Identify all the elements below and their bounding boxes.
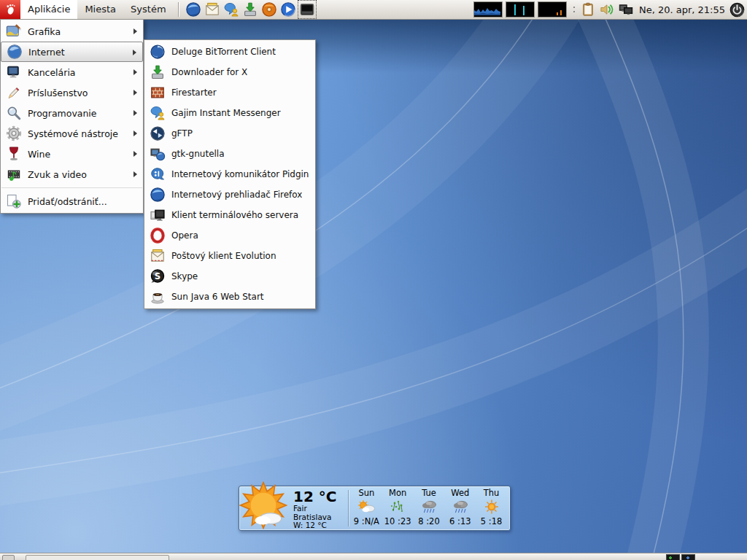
menu-item-label: gFTP bbox=[171, 128, 193, 139]
sound-video-icon bbox=[5, 166, 23, 183]
forecast-day-thu: Thu 5 :18 bbox=[476, 489, 507, 528]
submenu-item-deluge[interactable]: Deluge BitTorrent Client bbox=[144, 42, 315, 62]
menu-system[interactable]: Systém bbox=[123, 0, 173, 19]
terminal-launcher[interactable] bbox=[298, 1, 316, 18]
top-panel: Aplikácie Miesta Systém bbox=[0, 0, 747, 20]
firefox-icon bbox=[149, 186, 166, 203]
skype-icon: S bbox=[149, 268, 166, 285]
gajim-icon bbox=[149, 104, 166, 122]
speaker-icon bbox=[600, 2, 614, 17]
submenu-arrow-icon bbox=[133, 171, 137, 177]
gnome-foot-icon bbox=[4, 3, 17, 16]
menu-item-label: Downloader for X bbox=[171, 67, 247, 77]
two-monitors-icon bbox=[619, 2, 633, 17]
tray-drag-handle[interactable] bbox=[572, 4, 576, 15]
apps-menu-item-internet[interactable]: Internet bbox=[1, 42, 143, 62]
forecast-day-mon: Mon 10 :23 bbox=[382, 489, 414, 528]
submenu-arrow-icon bbox=[133, 69, 137, 75]
rain-icon bbox=[450, 498, 471, 517]
apps-menu-item-programovanie[interactable]: Programovanie bbox=[1, 103, 143, 123]
menu-applications[interactable]: Aplikácie bbox=[20, 0, 77, 19]
menu-item-label: Internetový prehliadač Firefox bbox=[171, 190, 302, 200]
programming-icon bbox=[5, 104, 23, 122]
system-monitor-network[interactable] bbox=[506, 1, 535, 18]
remote-desktop-tray-icon[interactable] bbox=[618, 1, 634, 18]
clipboard-tray-icon[interactable] bbox=[580, 1, 596, 18]
menu-separator bbox=[1, 187, 142, 188]
apps-menu-item-prislusenstvo[interactable]: Príslušenstvo bbox=[1, 82, 143, 103]
system-monitor-cpu[interactable] bbox=[473, 1, 503, 18]
submenu-item-evolution[interactable]: Poštový klient Evolution bbox=[144, 246, 315, 266]
submenu-arrow-icon bbox=[133, 151, 137, 157]
submenu-item-gajim[interactable]: Gajim Instant Messenger bbox=[144, 103, 315, 123]
window-list-item[interactable] bbox=[26, 555, 169, 560]
submenu-item-gftp[interactable]: gFTP bbox=[144, 123, 315, 144]
partly-cloudy-icon bbox=[356, 498, 376, 517]
menu-item-label: Kancelária bbox=[28, 67, 76, 78]
forecast-day-sun: Sun 9 :N/A bbox=[351, 489, 382, 528]
volume-tray-icon[interactable] bbox=[599, 1, 615, 18]
forecast-strip: Sun 9 :N/A Mon bbox=[351, 489, 507, 528]
current-temperature: 12 °C bbox=[293, 489, 336, 505]
cd-burner-launcher[interactable] bbox=[260, 1, 278, 18]
firefox-launcher[interactable] bbox=[185, 1, 202, 18]
internet-submenu: Deluge BitTorrent Client Downloader for … bbox=[144, 39, 316, 309]
system-monitor-disk[interactable] bbox=[538, 1, 567, 18]
media-player-launcher[interactable] bbox=[279, 1, 297, 18]
forecast-day-tue: Tue 8 :20 bbox=[414, 489, 445, 528]
menu-item-label: Firestarter bbox=[171, 88, 217, 98]
menu-item-label: Pridať/odstrániť... bbox=[28, 196, 107, 207]
workspace-2[interactable] bbox=[681, 554, 695, 560]
submenu-item-pidgin[interactable]: Internetový komunikátor Pidgin bbox=[144, 164, 315, 184]
menu-item-label: Systémové nástroje bbox=[28, 128, 118, 139]
chat-buddy-icon bbox=[223, 1, 239, 18]
submenu-item-terminal-server-client[interactable]: Klient terminálového servera bbox=[144, 205, 315, 225]
network-graph-icon bbox=[506, 2, 533, 15]
panel-separator bbox=[178, 2, 179, 17]
downloader-launcher[interactable] bbox=[241, 1, 259, 18]
menu-item-label: Wine bbox=[28, 149, 50, 160]
submenu-item-java-web-start[interactable]: Sun Java 6 Web Start bbox=[144, 287, 315, 307]
svg-text:S: S bbox=[155, 271, 160, 281]
apps-menu-item-grafika[interactable]: Grafika bbox=[1, 21, 143, 42]
menu-item-label: Skype bbox=[171, 271, 198, 281]
office-icon bbox=[5, 63, 23, 81]
apps-menu-item-wine[interactable]: Wine bbox=[1, 144, 143, 164]
apps-menu-item-systemove-nastroje[interactable]: Systémové nástroje bbox=[1, 123, 143, 144]
workspace-1[interactable] bbox=[666, 554, 680, 560]
weather-applet[interactable]: 12 °C Fair Bratislava W: 12 °C Sun 9 :N/… bbox=[239, 486, 511, 531]
clock[interactable]: Ne, 20. apr, 21:55 bbox=[639, 4, 725, 15]
menu-item-label: gtk-gnutella bbox=[171, 149, 225, 159]
downloader-icon bbox=[149, 63, 166, 81]
apps-menu-item-kancelaria[interactable]: Kancelária bbox=[1, 62, 143, 82]
submenu-item-skype[interactable]: S Skype bbox=[144, 266, 315, 287]
logout-button[interactable] bbox=[729, 1, 745, 18]
submenu-item-gtk-gnutella[interactable]: gtk-gnutella bbox=[144, 144, 315, 164]
menu-item-label: Internetový komunikátor Pidgin bbox=[171, 169, 309, 179]
play-icon bbox=[280, 1, 296, 18]
pidgin-launcher[interactable] bbox=[222, 1, 240, 18]
rain-icon bbox=[419, 498, 439, 517]
submenu-arrow-icon bbox=[133, 110, 137, 116]
forecast-day-wed: Wed 6 :13 bbox=[444, 489, 476, 528]
submenu-arrow-icon bbox=[133, 50, 136, 55]
current-conditions: 12 °C Fair Bratislava W: 12 °C bbox=[293, 489, 336, 530]
submenu-arrow-icon bbox=[133, 131, 137, 136]
apps-menu-item-add-remove[interactable]: Pridať/odstrániť... bbox=[1, 191, 143, 211]
submenu-item-downloader-for-x[interactable]: Downloader for X bbox=[144, 62, 315, 82]
gtk-gnutella-icon bbox=[149, 145, 166, 163]
download-icon bbox=[242, 1, 258, 18]
show-desktop-button[interactable] bbox=[2, 555, 15, 560]
distro-logo-button[interactable] bbox=[0, 0, 20, 19]
menu-item-label: Sun Java 6 Web Start bbox=[171, 292, 264, 302]
submenu-item-firefox[interactable]: Internetový prehliadač Firefox bbox=[144, 184, 315, 205]
disk-graph-icon bbox=[538, 2, 565, 15]
menu-places[interactable]: Miesta bbox=[77, 0, 123, 19]
submenu-item-opera[interactable]: Opera bbox=[144, 225, 315, 246]
firestarter-icon bbox=[149, 84, 166, 101]
weather-divider bbox=[348, 490, 349, 526]
submenu-item-firestarter[interactable]: Firestarter bbox=[144, 82, 315, 103]
wine-icon bbox=[5, 145, 23, 163]
apps-menu-item-zvuk-a-video[interactable]: Zvuk a video bbox=[1, 164, 143, 184]
evolution-mail-launcher[interactable] bbox=[204, 1, 221, 18]
